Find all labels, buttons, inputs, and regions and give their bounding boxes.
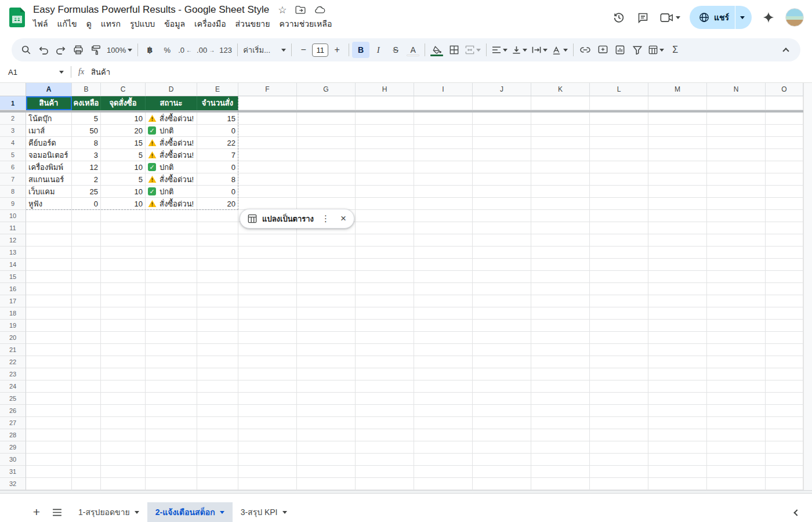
row-header-6[interactable]: 6 xyxy=(0,161,26,173)
cell-C29[interactable] xyxy=(101,441,146,454)
cell-E21[interactable] xyxy=(197,344,238,356)
cell-B11[interactable] xyxy=(72,222,101,234)
cell-B3[interactable]: 50 xyxy=(72,125,101,137)
cell-H26[interactable] xyxy=(356,405,414,417)
cell-N31[interactable] xyxy=(707,466,766,478)
column-header-I[interactable]: I xyxy=(414,83,473,96)
cell-E11[interactable] xyxy=(197,222,238,234)
cell-I2[interactable] xyxy=(414,113,473,125)
cell-L2[interactable] xyxy=(590,113,648,125)
cell-H21[interactable] xyxy=(356,344,414,356)
cell-G3[interactable] xyxy=(297,125,356,137)
cell-E8[interactable]: 0 xyxy=(197,186,238,198)
cell-C17[interactable] xyxy=(101,295,146,307)
cell-C27[interactable] xyxy=(101,417,146,429)
cell-E31[interactable] xyxy=(197,466,238,478)
row-header-12[interactable]: 12 xyxy=(0,234,26,246)
cell-L9[interactable] xyxy=(590,198,648,210)
cell-E17[interactable] xyxy=(197,295,238,307)
functions-button[interactable]: Σ xyxy=(666,42,684,58)
cell-A1[interactable]: สินค้า xyxy=(26,96,72,110)
cell-K1[interactable] xyxy=(531,96,590,110)
cell-N26[interactable] xyxy=(707,405,766,417)
cell-L18[interactable] xyxy=(590,307,648,320)
cell-K31[interactable] xyxy=(531,466,590,478)
cell-L20[interactable] xyxy=(590,332,648,344)
cell-L11[interactable] xyxy=(590,222,648,234)
cell-N28[interactable] xyxy=(707,429,766,441)
cell-B5[interactable]: 3 xyxy=(72,149,101,161)
cell-M31[interactable] xyxy=(648,466,707,478)
cell-J29[interactable] xyxy=(473,441,531,454)
cell-N14[interactable] xyxy=(707,259,766,271)
column-header-L[interactable]: L xyxy=(590,83,648,96)
cell-O15[interactable] xyxy=(766,271,803,283)
cell-L24[interactable] xyxy=(590,380,648,393)
cell-A28[interactable] xyxy=(26,429,72,441)
cell-L27[interactable] xyxy=(590,417,648,429)
cell-K26[interactable] xyxy=(531,405,590,417)
cell-A25[interactable] xyxy=(26,393,72,405)
hide-toolbar-button[interactable] xyxy=(777,42,795,58)
cell-C23[interactable] xyxy=(101,368,146,380)
cell-F13[interactable] xyxy=(238,246,297,259)
cell-B28[interactable] xyxy=(72,429,101,441)
cell-L12[interactable] xyxy=(590,234,648,246)
cell-B17[interactable] xyxy=(72,295,101,307)
percent-format-button[interactable]: % xyxy=(158,42,176,58)
cell-K32[interactable] xyxy=(531,478,590,490)
cell-C4[interactable]: 15 xyxy=(101,137,146,149)
cell-F25[interactable] xyxy=(238,393,297,405)
cell-O10[interactable] xyxy=(766,210,803,222)
cell-D3[interactable]: ✓ปกติ xyxy=(146,125,197,137)
cell-O25[interactable] xyxy=(766,393,803,405)
cell-J13[interactable] xyxy=(473,246,531,259)
cell-G6[interactable] xyxy=(297,161,356,173)
cell-G30[interactable] xyxy=(297,454,356,466)
tab-dropdown-caret[interactable] xyxy=(135,511,139,514)
cell-D11[interactable] xyxy=(146,222,197,234)
cell-E30[interactable] xyxy=(197,454,238,466)
document-title[interactable]: Easy Formulas Powerful Results - Google … xyxy=(33,4,269,16)
cell-D22[interactable] xyxy=(146,356,197,368)
cell-O19[interactable] xyxy=(766,320,803,332)
cell-M22[interactable] xyxy=(648,356,707,368)
cell-F24[interactable] xyxy=(238,380,297,393)
sheets-logo-icon[interactable] xyxy=(9,8,25,27)
cell-I8[interactable] xyxy=(414,186,473,198)
cell-G19[interactable] xyxy=(297,320,356,332)
cell-M27[interactable] xyxy=(648,417,707,429)
cell-K3[interactable] xyxy=(531,125,590,137)
cell-E15[interactable] xyxy=(197,271,238,283)
cell-N32[interactable] xyxy=(707,478,766,490)
cell-C28[interactable] xyxy=(101,429,146,441)
cell-O17[interactable] xyxy=(766,295,803,307)
cell-H7[interactable] xyxy=(356,173,414,186)
cell-H28[interactable] xyxy=(356,429,414,441)
cell-B29[interactable] xyxy=(72,441,101,454)
cell-C7[interactable]: 5 xyxy=(101,173,146,186)
cell-N13[interactable] xyxy=(707,246,766,259)
cell-F6[interactable] xyxy=(238,161,297,173)
cell-K10[interactable] xyxy=(531,210,590,222)
cell-G1[interactable] xyxy=(297,96,356,110)
cell-K27[interactable] xyxy=(531,417,590,429)
cell-I14[interactable] xyxy=(414,259,473,271)
cell-J23[interactable] xyxy=(473,368,531,380)
cell-D8[interactable]: ✓ปกติ xyxy=(146,186,197,198)
row-header-14[interactable]: 14 xyxy=(0,259,26,271)
cell-M9[interactable] xyxy=(648,198,707,210)
cell-F15[interactable] xyxy=(238,271,297,283)
cell-I28[interactable] xyxy=(414,429,473,441)
cell-D26[interactable] xyxy=(146,405,197,417)
cell-J26[interactable] xyxy=(473,405,531,417)
cell-F23[interactable] xyxy=(238,368,297,380)
cell-O11[interactable] xyxy=(766,222,803,234)
cell-M6[interactable] xyxy=(648,161,707,173)
cell-B22[interactable] xyxy=(72,356,101,368)
cell-F27[interactable] xyxy=(238,417,297,429)
cell-H15[interactable] xyxy=(356,271,414,283)
cell-E5[interactable]: 7 xyxy=(197,149,238,161)
cell-N1[interactable] xyxy=(707,96,766,110)
cell-O30[interactable] xyxy=(766,454,803,466)
